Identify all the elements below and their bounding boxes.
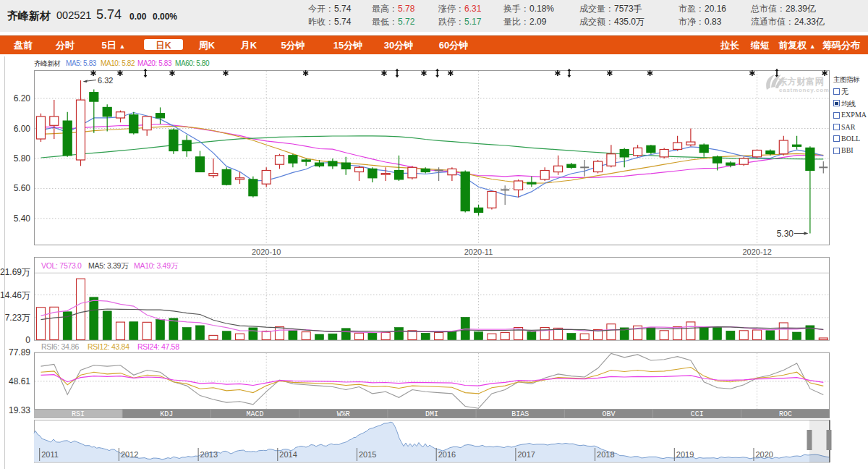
svg-text:CCI: CCI xyxy=(691,410,704,418)
svg-text:OBV: OBV xyxy=(602,410,615,418)
svg-text:6.20: 6.20 xyxy=(14,93,31,103)
svg-text:RSI6: 34.86: RSI6: 34.86 xyxy=(41,342,80,351)
svg-text:W%R: W%R xyxy=(337,410,350,418)
svg-text:eastmoney.com: eastmoney.com xyxy=(779,87,830,93)
svg-text:0: 0 xyxy=(25,335,30,345)
svg-text:2020-10: 2020-10 xyxy=(252,247,281,256)
svg-text:2020-11: 2020-11 xyxy=(464,247,493,256)
svg-text:MA10: 5.82: MA10: 5.82 xyxy=(101,59,135,67)
svg-text:7.23万: 7.23万 xyxy=(5,313,30,323)
svg-text:2019: 2019 xyxy=(676,450,694,459)
svg-text:48.61: 48.61 xyxy=(9,376,30,386)
svg-text:14.46万: 14.46万 xyxy=(0,290,30,300)
svg-text:MA20: 5.83: MA20: 5.83 xyxy=(137,59,172,67)
svg-text:5.30: 5.30 xyxy=(777,229,794,239)
svg-text:BIAS: BIAS xyxy=(511,410,529,418)
svg-text:DMI: DMI xyxy=(425,410,438,418)
svg-text:2013: 2013 xyxy=(200,450,218,459)
svg-text:2017: 2017 xyxy=(517,450,535,459)
svg-text:2015: 2015 xyxy=(359,450,376,459)
svg-text:齐峰新材: 齐峰新材 xyxy=(34,59,61,67)
svg-text:2016: 2016 xyxy=(438,450,456,459)
svg-text:MA10: 3.49万: MA10: 3.49万 xyxy=(134,261,179,270)
svg-text:19.33: 19.33 xyxy=(9,405,30,415)
svg-text:2011: 2011 xyxy=(41,450,59,459)
svg-text:VOL: 7573.0: VOL: 7573.0 xyxy=(41,261,82,270)
svg-text:2012: 2012 xyxy=(121,450,138,459)
svg-text:2020: 2020 xyxy=(756,450,773,459)
svg-text:ROC: ROC xyxy=(779,410,792,418)
svg-text:5.60: 5.60 xyxy=(14,183,31,193)
svg-text:5.40: 5.40 xyxy=(14,213,31,224)
svg-text:MA5: 3.39万: MA5: 3.39万 xyxy=(88,261,129,270)
svg-text:MA5: 5.83: MA5: 5.83 xyxy=(66,59,97,67)
svg-text:MA60: 5.80: MA60: 5.80 xyxy=(175,59,210,67)
svg-text:2020-12: 2020-12 xyxy=(742,247,771,256)
svg-text:6.32: 6.32 xyxy=(98,76,113,85)
svg-text:RSI: RSI xyxy=(72,410,85,418)
svg-text:2014: 2014 xyxy=(279,450,297,459)
svg-text:77.89: 77.89 xyxy=(9,347,30,357)
svg-text:MACD: MACD xyxy=(247,410,264,418)
svg-text:6.00: 6.00 xyxy=(14,124,31,134)
svg-text:21.69万: 21.69万 xyxy=(0,267,30,277)
svg-text:5.80: 5.80 xyxy=(14,153,31,164)
svg-text:RSI12: 43.84: RSI12: 43.84 xyxy=(88,342,129,351)
svg-text:东方财富网: 东方财富网 xyxy=(778,76,825,87)
svg-text:2018: 2018 xyxy=(597,450,614,459)
svg-text:RSI24: 47.58: RSI24: 47.58 xyxy=(137,342,179,351)
svg-text:KDJ: KDJ xyxy=(160,410,173,418)
